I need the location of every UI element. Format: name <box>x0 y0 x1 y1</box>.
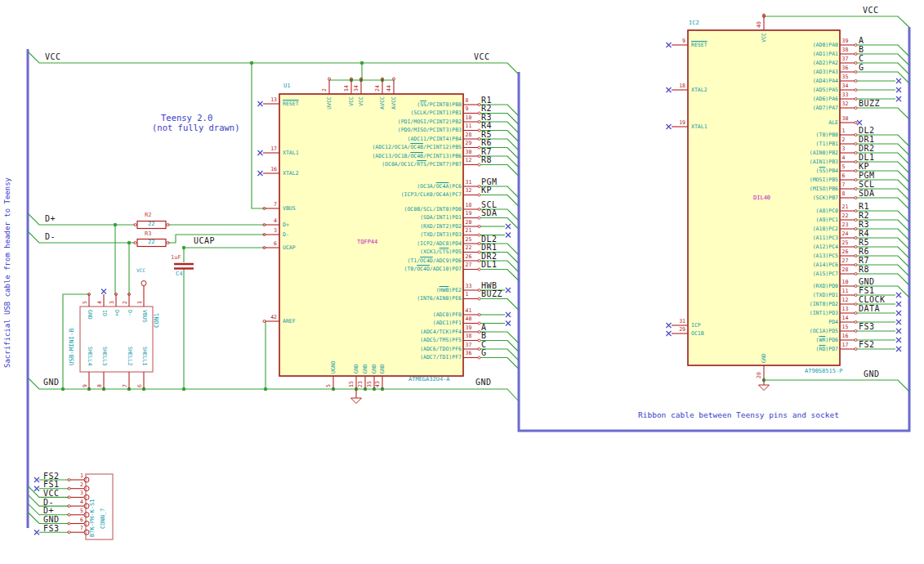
wire[interactable] <box>480 358 519 369</box>
net-label[interactable]: PGM <box>859 172 875 180</box>
net-label-vcc-right[interactable]: VCC <box>863 7 879 15</box>
net-label[interactable]: FS3 <box>43 525 60 533</box>
net-label[interactable]: DR2 <box>481 253 498 261</box>
net-label[interactable]: BUZZ <box>481 290 502 298</box>
pin-end <box>478 226 480 228</box>
net-label[interactable]: FS2 <box>859 341 875 349</box>
net-label-ucap[interactable]: UCAP <box>194 237 215 245</box>
wire[interactable] <box>252 63 266 208</box>
net-label[interactable]: R6 <box>481 139 492 147</box>
wire[interactable] <box>168 235 266 243</box>
net-label[interactable]: R3 <box>859 221 869 229</box>
pin-name: (A10)PC2 <box>813 226 838 232</box>
net-label-gnd-right[interactable]: GND <box>864 370 880 378</box>
wire[interactable] <box>480 299 519 311</box>
wire[interactable] <box>480 218 519 230</box>
pin-name: (A15)PC7 <box>813 271 838 277</box>
u1-value[interactable]: ATMEGA32U4-A <box>408 377 450 383</box>
net-label[interactable]: R7 <box>859 257 869 265</box>
net-label[interactable]: GND <box>859 278 875 286</box>
net-label-vcc-left[interactable]: VCC <box>45 53 61 61</box>
net-label[interactable]: D+ <box>43 507 54 515</box>
net-label[interactable]: B <box>481 332 487 340</box>
pin-number: 38 <box>466 333 472 339</box>
c4-ref[interactable]: C4 <box>176 271 182 277</box>
net-label[interactable]: SCL <box>859 181 875 189</box>
pin-name: ICP <box>691 323 701 329</box>
net-label[interactable]: R4 <box>859 230 869 238</box>
net-label[interactable]: DL2 <box>859 127 875 135</box>
net-label-dplus[interactable]: D+ <box>45 215 56 223</box>
wire[interactable] <box>764 380 909 392</box>
r2-ref[interactable]: R2 <box>145 213 151 218</box>
net-label[interactable]: R4 <box>481 122 492 130</box>
net-label[interactable]: FS2 <box>43 472 60 481</box>
net-label[interactable]: C <box>859 55 864 63</box>
net-label[interactable]: DR1 <box>481 244 498 252</box>
net-label[interactable]: R7 <box>481 148 492 156</box>
net-label[interactable]: B <box>859 46 864 54</box>
r2-value[interactable]: 22 <box>148 222 154 227</box>
net-label[interactable]: R5 <box>859 239 869 247</box>
net-label[interactable]: R3 <box>481 114 492 122</box>
net-label[interactable]: R6 <box>859 248 869 256</box>
net-label[interactable]: DR1 <box>859 136 875 144</box>
net-label-vcc-mid[interactable]: VCC <box>474 53 490 61</box>
net-label[interactable]: CLOCK <box>859 296 886 304</box>
net-label[interactable]: GND <box>43 516 60 524</box>
r3-value[interactable]: 22 <box>148 239 154 245</box>
wire[interactable] <box>480 270 519 281</box>
pin-number: 26 <box>466 254 472 260</box>
pin-end <box>855 107 857 110</box>
ic2-ref[interactable]: IC2 <box>689 20 699 26</box>
wire[interactable] <box>28 213 135 225</box>
net-label[interactable]: DL1 <box>859 154 875 162</box>
net-label[interactable]: BUZZ <box>859 100 880 108</box>
net-label-gnd-mid[interactable]: GND <box>475 378 492 387</box>
net-label[interactable]: R8 <box>859 266 869 274</box>
net-label[interactable]: R2 <box>859 212 869 220</box>
net-label[interactable]: FS1 <box>859 287 875 295</box>
net-label[interactable]: KP <box>481 186 492 195</box>
wire[interactable] <box>480 165 519 177</box>
net-label[interactable]: R8 <box>481 156 492 164</box>
net-label[interactable]: R5 <box>481 131 492 139</box>
net-label[interactable]: PGM <box>481 178 498 186</box>
net-label[interactable]: A <box>859 37 864 45</box>
net-label[interactable]: SCL <box>481 201 498 209</box>
net-label-dminus[interactable]: D- <box>45 233 56 241</box>
net-label[interactable]: C <box>481 341 487 349</box>
wire[interactable] <box>857 108 909 119</box>
ic2-value[interactable]: AT90S8515-P <box>805 369 842 374</box>
wire[interactable] <box>184 248 266 262</box>
net-label[interactable]: FS3 <box>859 323 875 331</box>
junction-dot <box>114 223 117 226</box>
wire[interactable] <box>28 231 135 243</box>
net-label[interactable]: DATA <box>859 305 880 313</box>
net-label[interactable]: VCC <box>43 490 60 498</box>
net-label[interactable]: R1 <box>481 96 492 105</box>
wire[interactable] <box>764 16 909 27</box>
c4-value[interactable]: 1uF <box>171 255 181 261</box>
net-label-gnd-left[interactable]: GND <box>43 378 60 387</box>
net-label[interactable]: KP <box>859 163 869 171</box>
u1-ref[interactable]: U1 <box>283 83 290 89</box>
r3-ref[interactable]: R3 <box>145 231 151 237</box>
net-label[interactable]: DR2 <box>859 145 875 153</box>
wire[interactable] <box>28 51 518 74</box>
net-label[interactable]: DL1 <box>481 261 498 269</box>
net-label[interactable]: SDA <box>859 190 875 198</box>
wire[interactable] <box>63 294 89 389</box>
net-label[interactable]: G <box>859 64 864 72</box>
net-label[interactable]: DL2 <box>481 235 498 244</box>
pin-name: (AIN0)PB2 <box>810 150 838 156</box>
pin-end <box>855 143 857 145</box>
net-label[interactable]: FS1 <box>43 481 60 489</box>
net-label[interactable]: R1 <box>859 203 869 211</box>
net-label[interactable]: SDA <box>481 209 498 217</box>
net-label[interactable]: R2 <box>481 105 492 113</box>
net-label[interactable]: A <box>481 324 487 332</box>
net-label[interactable]: HWB <box>481 282 498 290</box>
net-label[interactable]: D- <box>43 499 54 507</box>
net-label[interactable]: G <box>481 349 487 357</box>
